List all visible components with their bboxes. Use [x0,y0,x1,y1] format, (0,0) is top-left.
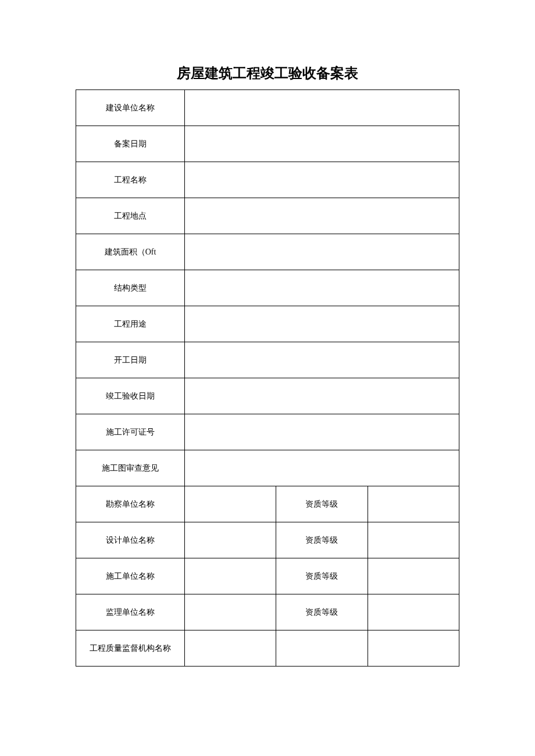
row-label: 设计单位名称 [76,522,185,558]
table-row: 设计单位名称 资质等级 [76,522,459,558]
row-value [185,558,276,594]
form-table: 建设单位名称 备案日期 工程名称 工程地点 建筑面积（Oft 结构类型 工程用途 [76,89,459,667]
row-label: 建设单位名称 [76,90,185,126]
row-value [368,630,459,667]
row-value [368,486,459,522]
row-label: 勘察单位名称 [76,486,185,522]
table-row: 备案日期 [76,126,459,162]
table-row: 工程地点 [76,198,459,234]
row-value [185,486,276,522]
table-row: 建筑面积（Oft [76,234,459,270]
row-label: 监理单位名称 [76,594,185,630]
row-label: 开工日期 [76,342,185,378]
row-value [185,450,459,486]
table-row: 建设单位名称 [76,90,459,126]
row-sublabel: 资质等级 [276,594,368,630]
row-label: 施工图审查意见 [76,450,185,486]
row-label: 工程质量监督机构名称 [76,630,185,667]
table-row: 开工日期 [76,342,459,378]
row-value [185,198,459,234]
row-sublabel: 资质等级 [276,522,368,558]
row-value [185,342,459,378]
row-value [185,306,459,342]
row-label: 工程地点 [76,198,185,234]
row-sublabel [276,630,368,667]
table-row: 监理单位名称 资质等级 [76,594,459,630]
table-row: 竣工验收日期 [76,378,459,414]
row-label: 工程用途 [76,306,185,342]
row-value [368,522,459,558]
row-value [185,522,276,558]
row-value [185,594,276,630]
row-value [185,414,459,450]
row-value [185,90,459,126]
row-label: 结构类型 [76,270,185,306]
table-row: 工程用途 [76,306,459,342]
table-row: 施工单位名称 资质等级 [76,558,459,594]
row-sublabel: 资质等级 [276,486,368,522]
row-value [185,378,459,414]
row-value [185,630,276,667]
document-title: 房屋建筑工程竣工验收备案表 [76,64,459,83]
row-sublabel: 资质等级 [276,558,368,594]
table-row: 结构类型 [76,270,459,306]
row-value [368,594,459,630]
row-value [185,270,459,306]
table-row: 工程质量监督机构名称 [76,630,459,667]
row-label: 施工许可证号 [76,414,185,450]
row-value [185,126,459,162]
row-label: 建筑面积（Oft [76,234,185,270]
row-value [368,558,459,594]
row-value [185,162,459,198]
row-label: 竣工验收日期 [76,378,185,414]
table-row: 施工许可证号 [76,414,459,450]
row-value [185,234,459,270]
table-row: 勘察单位名称 资质等级 [76,486,459,522]
row-label: 施工单位名称 [76,558,185,594]
row-label: 备案日期 [76,126,185,162]
table-row: 施工图审查意见 [76,450,459,486]
table-row: 工程名称 [76,162,459,198]
row-label: 工程名称 [76,162,185,198]
